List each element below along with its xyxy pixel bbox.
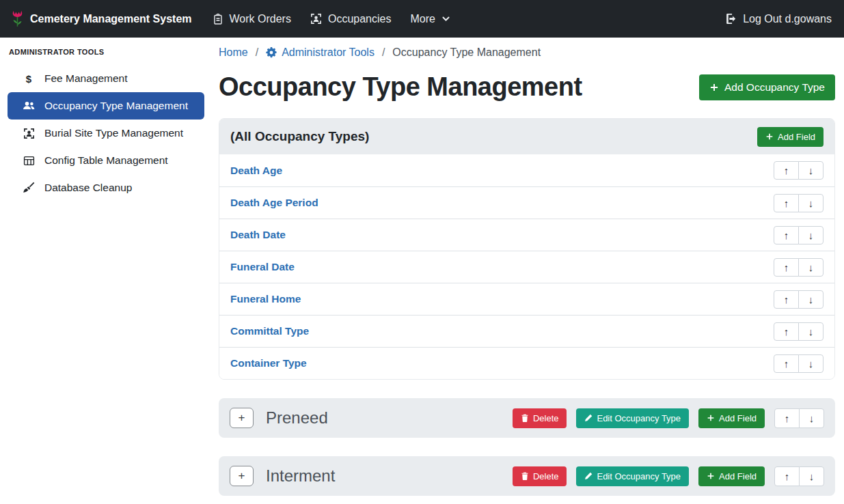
nav-more-label: More bbox=[410, 13, 435, 25]
all-occupancy-types-header: (All Occupancy Types) Add Field bbox=[219, 119, 834, 154]
sidebar-item-occupancy-type-management[interactable]: Occupancy Type Management bbox=[8, 92, 204, 120]
field-link[interactable]: Funeral Date bbox=[230, 261, 295, 273]
reorder-buttons: ↑ ↓ bbox=[774, 354, 823, 373]
move-down-button[interactable]: ↓ bbox=[798, 226, 823, 244]
arrow-down-icon: ↓ bbox=[808, 262, 814, 272]
reorder-buttons: ↑ ↓ bbox=[774, 408, 824, 428]
nav-occupancies[interactable]: Occupancies bbox=[301, 8, 401, 31]
sidebar-item-burial-site-type-management[interactable]: Burial Site Type Management bbox=[8, 120, 204, 147]
brand-link[interactable]: Cemetery Management System bbox=[11, 10, 192, 28]
move-up-button[interactable]: ↑ bbox=[774, 161, 799, 180]
trash-icon bbox=[521, 414, 529, 422]
sidebar-nav: $ Fee Management Occupancy Type Manageme… bbox=[8, 65, 204, 201]
logout-link[interactable]: Log Out d.gowans bbox=[716, 8, 833, 31]
breadcrumb-admin-tools-label: Administrator Tools bbox=[282, 46, 375, 59]
plus-icon bbox=[765, 132, 774, 141]
field-link[interactable]: Death Date bbox=[230, 229, 286, 241]
expand-button[interactable]: + bbox=[230, 408, 254, 428]
move-up-button[interactable]: ↑ bbox=[774, 194, 799, 212]
field-link[interactable]: Funeral Home bbox=[230, 293, 301, 305]
top-nav-links: Work Orders Occupancies More bbox=[203, 8, 716, 31]
person-frame-icon bbox=[22, 128, 36, 139]
move-up-button[interactable]: ↑ bbox=[774, 466, 800, 486]
reorder-buttons: ↑ ↓ bbox=[774, 194, 823, 212]
reorder-buttons: ↑ ↓ bbox=[774, 161, 823, 180]
arrow-up-icon: ↑ bbox=[784, 326, 789, 337]
clipboard-icon bbox=[213, 14, 223, 25]
move-down-button[interactable]: ↓ bbox=[798, 322, 823, 341]
add-field-button[interactable]: Add Field bbox=[698, 408, 765, 428]
delete-button[interactable]: Delete bbox=[513, 466, 567, 486]
plus-icon bbox=[707, 414, 715, 422]
add-field-button[interactable]: Add Field bbox=[757, 127, 823, 147]
move-up-button[interactable]: ↑ bbox=[774, 290, 799, 309]
add-occupancy-type-label: Add Occupancy Type bbox=[724, 81, 825, 94]
breadcrumb: Home / Administrator Tools / Occupancy T… bbox=[219, 44, 835, 61]
sidebar-item-config-table-management[interactable]: Config Table Management bbox=[8, 147, 204, 174]
plus-icon bbox=[707, 472, 715, 480]
page-title: Occupancy Type Management bbox=[219, 72, 582, 102]
arrow-up-icon: ↑ bbox=[785, 413, 790, 423]
nav-occupancies-label: Occupancies bbox=[328, 13, 392, 25]
delete-label: Delete bbox=[533, 471, 559, 481]
table-icon bbox=[22, 155, 36, 167]
brand-title: Cemetery Management System bbox=[30, 13, 192, 25]
move-up-button[interactable]: ↑ bbox=[774, 226, 799, 244]
all-occupancy-types-card: (All Occupancy Types) Add Field Death Ag… bbox=[219, 118, 835, 380]
sidebar-item-label: Database Cleanup bbox=[44, 182, 132, 194]
field-link[interactable]: Container Type bbox=[230, 357, 307, 369]
edit-label: Edit Occupancy Type bbox=[597, 471, 681, 481]
occupancy-type-title: Interment bbox=[266, 466, 513, 486]
sidebar-item-fee-management[interactable]: $ Fee Management bbox=[8, 65, 204, 92]
breadcrumb-home[interactable]: Home bbox=[219, 46, 248, 59]
nav-work-orders[interactable]: Work Orders bbox=[203, 8, 301, 31]
nav-more[interactable]: More bbox=[400, 8, 459, 31]
reorder-buttons: ↑ ↓ bbox=[774, 290, 823, 309]
delete-button[interactable]: Delete bbox=[513, 408, 567, 428]
logout-icon bbox=[725, 13, 737, 25]
move-down-button[interactable]: ↓ bbox=[799, 466, 824, 486]
add-occupancy-type-button[interactable]: Add Occupancy Type bbox=[699, 74, 835, 100]
field-link[interactable]: Committal Type bbox=[230, 325, 309, 337]
breadcrumb-admin-tools[interactable]: Administrator Tools bbox=[266, 46, 375, 59]
field-link[interactable]: Death Age Period bbox=[230, 197, 318, 209]
reorder-buttons: ↑ ↓ bbox=[774, 322, 823, 341]
add-field-label: Add Field bbox=[719, 471, 757, 481]
field-row: Death Age Period ↑ ↓ bbox=[219, 186, 834, 219]
move-up-button[interactable]: ↑ bbox=[774, 258, 799, 277]
field-link[interactable]: Death Age bbox=[230, 165, 282, 177]
plus-icon: + bbox=[239, 411, 245, 425]
field-row: Funeral Date ↑ ↓ bbox=[219, 251, 834, 283]
nav-work-orders-label: Work Orders bbox=[230, 13, 291, 25]
all-occupancy-types-title: (All Occupancy Types) bbox=[230, 129, 369, 144]
gear-icon bbox=[266, 47, 277, 58]
sidebar-item-label: Config Table Management bbox=[44, 154, 168, 167]
plus-icon bbox=[709, 83, 719, 92]
move-down-button[interactable]: ↓ bbox=[798, 161, 823, 180]
move-down-button[interactable]: ↓ bbox=[798, 290, 823, 309]
type-card-actions: Delete Edit Occupancy Type Add Field ↑ ↓ bbox=[513, 466, 824, 486]
arrow-up-icon: ↑ bbox=[784, 165, 789, 176]
edit-occupancy-type-button[interactable]: Edit Occupancy Type bbox=[576, 466, 689, 486]
plus-icon: + bbox=[239, 469, 245, 483]
add-field-label: Add Field bbox=[778, 132, 815, 142]
move-down-button[interactable]: ↓ bbox=[798, 354, 823, 373]
sidebar-item-database-cleanup[interactable]: Database Cleanup bbox=[8, 174, 204, 201]
move-down-button[interactable]: ↓ bbox=[798, 258, 823, 277]
logout-label: Log Out d.gowans bbox=[743, 13, 832, 25]
arrow-up-icon: ↑ bbox=[784, 262, 789, 272]
breadcrumb-separator: / bbox=[382, 46, 385, 59]
field-row: Funeral Home ↑ ↓ bbox=[219, 283, 834, 315]
move-up-button[interactable]: ↑ bbox=[774, 322, 799, 341]
move-up-button[interactable]: ↑ bbox=[774, 354, 799, 373]
field-row: Death Age ↑ ↓ bbox=[219, 154, 834, 186]
expand-button[interactable]: + bbox=[230, 466, 254, 486]
move-down-button[interactable]: ↓ bbox=[798, 194, 823, 212]
add-field-button[interactable]: Add Field bbox=[698, 466, 765, 486]
edit-occupancy-type-button[interactable]: Edit Occupancy Type bbox=[576, 408, 689, 428]
move-up-button[interactable]: ↑ bbox=[774, 408, 800, 428]
top-navbar: Cemetery Management System Work Orders bbox=[0, 0, 844, 38]
move-down-button[interactable]: ↓ bbox=[799, 408, 824, 428]
reorder-buttons: ↑ ↓ bbox=[774, 258, 823, 277]
arrow-down-icon: ↓ bbox=[809, 471, 815, 481]
